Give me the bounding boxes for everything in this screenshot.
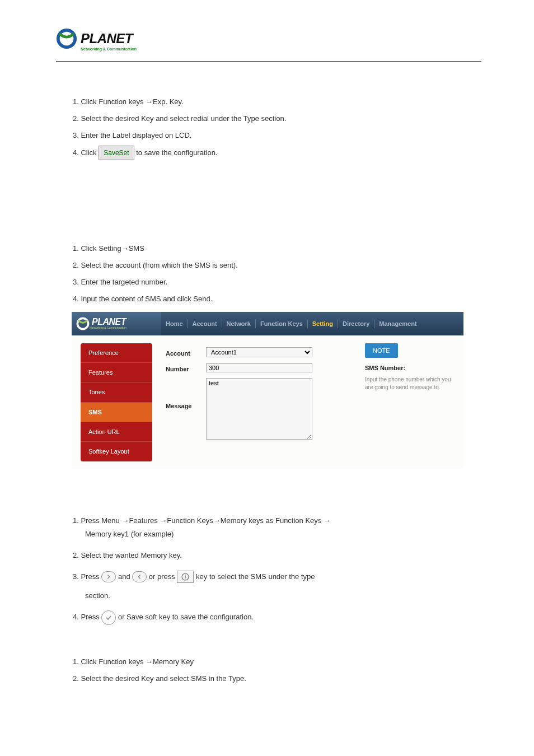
- screenshot-body: Preference Features Tones SMS Action URL…: [72, 335, 463, 469]
- svg-point-3: [185, 575, 186, 576]
- planet-logo-icon: [56, 28, 77, 49]
- note-column: NOTE SMS Number: Input the phone number …: [363, 335, 463, 469]
- text-fragment: or Save soft key to save the configurati…: [118, 613, 254, 621]
- tab-setting[interactable]: Setting: [308, 319, 338, 328]
- form-row-message: Message test: [166, 378, 358, 443]
- screenshot-logo-text: PLANET Networking & Communication: [90, 318, 127, 329]
- list-item: 1. Click Function keys →Memory Key: [73, 655, 478, 669]
- list-item: 4. Click SaveSet to save the configurati…: [73, 146, 478, 160]
- list-item: 4. Input the content of SMS and click Se…: [73, 292, 478, 306]
- svg-point-1: [77, 318, 88, 329]
- sidebar-item-tones[interactable]: Tones: [81, 382, 152, 402]
- instruction-list-4: 1. Click Function keys →Memory Key 2. Se…: [56, 655, 478, 685]
- svg-point-0: [58, 30, 75, 47]
- instruction-list-2: 1. Click Setting→SMS 2. Select the accou…: [56, 242, 478, 306]
- brand-header: PLANET Networking & Communication: [56, 28, 478, 62]
- brand-name: PLANET: [92, 318, 127, 326]
- form-row-account: Account Account1: [166, 347, 358, 359]
- brand-name: PLANET: [81, 31, 133, 46]
- spacer: [56, 469, 478, 514]
- list-item: 4. Press or Save soft key to save the co…: [73, 610, 478, 625]
- list-item: 3. Enter the targeted number.: [73, 276, 478, 289]
- instruction-list-3: 1. Press Menu →Features →Function Keys→M…: [56, 514, 478, 625]
- sidebar-item-preference[interactable]: Preference: [81, 343, 152, 363]
- list-item: 2. Select the desired Key and select SMS…: [73, 672, 478, 685]
- instruction-list-1: 1. Click Function keys →Exp. Key. 2. Sel…: [56, 95, 478, 160]
- tab-management[interactable]: Management: [374, 319, 421, 328]
- screenshot-header: PLANET Networking & Communication Home A…: [72, 312, 463, 335]
- account-field-wrap: Account1: [206, 347, 312, 358]
- text-fragment: and: [118, 572, 132, 581]
- note-badge: NOTE: [365, 343, 398, 358]
- info-key-icon: [177, 571, 194, 583]
- form-row-number: Number: [166, 362, 358, 375]
- message-label: Message: [166, 378, 206, 412]
- list-item: 3. Enter the Label displayed on LCD.: [73, 129, 478, 142]
- note-text: Input the phone number which you are goi…: [365, 376, 456, 391]
- number-input[interactable]: [206, 363, 312, 372]
- text-fragment: or press: [149, 572, 177, 581]
- line: 3. Press and or press key to select the …: [73, 570, 478, 584]
- settings-screenshot: PLANET Networking & Communication Home A…: [72, 312, 463, 469]
- list-item: 3. Press and or press key to select the …: [73, 570, 478, 603]
- account-label: Account: [166, 347, 206, 359]
- text-fragment: 1. Press Menu →Features →Function Keys→M…: [73, 514, 331, 528]
- saveset-button-image: SaveSet: [99, 146, 134, 160]
- sms-form: Account Account1 Number: [161, 335, 363, 469]
- list-item: 1. Click Setting→SMS: [73, 242, 478, 255]
- tab-directory[interactable]: Directory: [338, 319, 374, 328]
- document-content: 1. Click Function keys →Exp. Key. 2. Sel…: [56, 95, 478, 685]
- message-field-wrap: test: [206, 378, 312, 443]
- screenshot-logo: PLANET Networking & Communication: [72, 312, 161, 335]
- right-arrow-key-icon: [101, 571, 116, 582]
- sidebar-item-softkey-layout[interactable]: Softkey Layout: [81, 442, 152, 461]
- sidebar-menu: Preference Features Tones SMS Action URL…: [81, 343, 152, 461]
- tab-home[interactable]: Home: [161, 319, 188, 328]
- text-fragment: 4. Press: [73, 613, 101, 621]
- list-item: 2. Select the desired Key and select red…: [73, 112, 478, 125]
- nav-tabs: Home Account Network Function Keys Setti…: [161, 312, 421, 335]
- tab-function-keys[interactable]: Function Keys: [256, 319, 308, 328]
- list-item: 1. Press Menu →Features →Function Keys→M…: [73, 514, 478, 541]
- brand-tagline: Networking & Communication: [81, 47, 478, 51]
- text-fragment: 4. Click: [73, 148, 99, 157]
- planet-logo-icon: [76, 317, 90, 330]
- account-select[interactable]: Account1: [206, 347, 312, 357]
- list-item: 1. Click Function keys →Exp. Key.: [73, 95, 478, 109]
- message-textarea[interactable]: test: [206, 378, 312, 440]
- spacer: [56, 633, 478, 655]
- note-title: SMS Number:: [365, 362, 456, 374]
- sidebar: Preference Features Tones SMS Action URL…: [72, 335, 161, 469]
- sidebar-item-action-url[interactable]: Action URL: [81, 422, 152, 442]
- text-continuation: section.: [73, 589, 478, 603]
- left-arrow-key-icon: [132, 571, 147, 582]
- document-page: PLANET Networking & Communication 1. Cli…: [0, 0, 534, 711]
- sidebar-item-features[interactable]: Features: [81, 363, 152, 382]
- svg-rect-4: [185, 576, 186, 578]
- text-continuation: Memory key1 (for example): [73, 528, 478, 541]
- tab-network[interactable]: Network: [222, 319, 256, 328]
- number-label: Number: [166, 362, 206, 375]
- number-field-wrap: [206, 362, 312, 374]
- logo-row: PLANET: [56, 28, 478, 49]
- justified-line: 1. Press Menu →Features →Function Keys→M…: [73, 514, 478, 528]
- spacer: [56, 164, 478, 242]
- header-divider: [56, 61, 481, 62]
- sidebar-item-sms[interactable]: SMS: [81, 403, 152, 422]
- text-fragment: to save the configuration.: [136, 148, 217, 157]
- list-item: 2. Select the wanted Memory key.: [73, 549, 478, 562]
- list-item: 2. Select the account (from which the SM…: [73, 259, 478, 272]
- text-fragment: 3. Press: [73, 572, 101, 581]
- tab-account[interactable]: Account: [188, 319, 222, 328]
- text-fragment: key to select the SMS under the type: [196, 572, 315, 581]
- check-key-icon: [101, 610, 116, 625]
- brand-tagline: Networking & Communication: [90, 326, 127, 329]
